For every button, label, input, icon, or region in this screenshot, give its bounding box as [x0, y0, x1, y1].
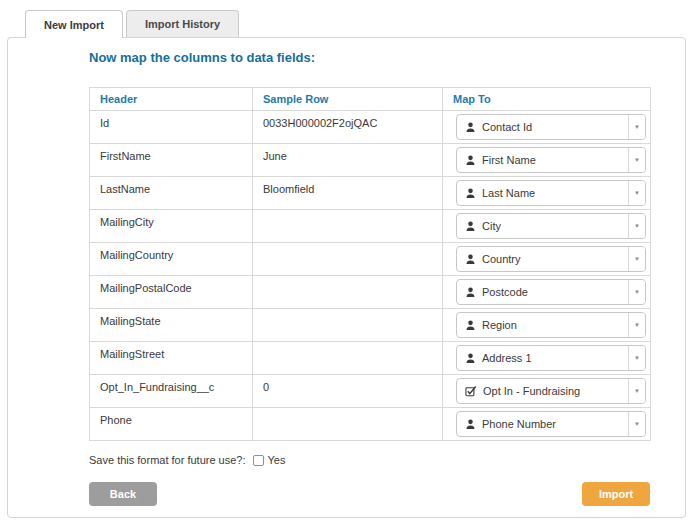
sample-cell — [253, 408, 443, 441]
map-to-selected-value: Last Name — [482, 187, 535, 199]
person-icon — [465, 353, 476, 364]
map-to-selected-value: Opt In - Fundraising — [483, 385, 580, 397]
sample-cell: Bloomfield — [253, 177, 443, 210]
chevron-down-icon: ▼ — [628, 412, 645, 436]
header-cell: MailingPostalCode — [90, 276, 253, 309]
map-to-selected-value: Contact Id — [482, 121, 532, 133]
header-cell: MailingState — [90, 309, 253, 342]
chevron-down-icon: ▼ — [628, 346, 645, 370]
map-to-select-value-area: First Name — [457, 148, 628, 172]
map-to-select-value-area: City — [457, 214, 628, 238]
map-to-cell: Country ▼ — [443, 243, 651, 276]
header-cell: FirstName — [90, 144, 253, 177]
map-to-cell: Last Name ▼ — [443, 177, 651, 210]
person-icon — [465, 254, 476, 265]
map-to-select-value-area: Contact Id — [457, 115, 628, 139]
map-to-select-value-area: Address 1 — [457, 346, 628, 370]
sample-cell — [253, 276, 443, 309]
map-to-selected-value: Region — [482, 319, 517, 331]
map-to-selected-value: Address 1 — [482, 352, 532, 364]
map-to-select-value-area: Postcode — [457, 280, 628, 304]
header-cell: MailingCountry — [90, 243, 253, 276]
table-header-row: Header Sample Row Map To — [90, 88, 651, 111]
save-format-checkbox[interactable] — [253, 455, 264, 466]
import-button[interactable]: Import — [582, 482, 650, 506]
map-to-select-value-area: Opt In - Fundraising — [457, 379, 628, 403]
sample-cell: 0 — [253, 375, 443, 408]
chevron-down-icon: ▼ — [628, 214, 645, 238]
map-to-select[interactable]: Phone Number ▼ — [456, 411, 646, 437]
map-to-cell: First Name ▼ — [443, 144, 651, 177]
map-to-select[interactable]: First Name ▼ — [456, 147, 646, 173]
map-to-cell: City ▼ — [443, 210, 651, 243]
header-cell: Id — [90, 111, 253, 144]
map-to-select[interactable]: City ▼ — [456, 213, 646, 239]
map-to-selected-value: Country — [482, 253, 521, 265]
map-to-select[interactable]: Postcode ▼ — [456, 279, 646, 305]
table-row: MailingPostalCode — [90, 276, 651, 309]
chevron-down-icon: ▼ — [628, 148, 645, 172]
table-row: Id 0033H000002F2ojQAC — [90, 111, 651, 144]
table-row: Opt_In_Fundraising__c 0 — [90, 375, 651, 408]
table-body: Id 0033H000002F2ojQAC — [90, 111, 651, 441]
table-row: MailingState — [90, 309, 651, 342]
person-icon — [465, 287, 476, 298]
import-wizard-page: New Import Import History Now map the co… — [0, 0, 693, 529]
table-row: LastName Bloomfield — [90, 177, 651, 210]
map-to-selected-value: Phone Number — [482, 418, 556, 430]
map-to-select[interactable]: Country ▼ — [456, 246, 646, 272]
table-row: FirstName June — [90, 144, 651, 177]
sample-cell — [253, 210, 443, 243]
map-to-select[interactable]: Region ▼ — [456, 312, 646, 338]
chevron-down-icon: ▼ — [628, 115, 645, 139]
map-to-selected-value: First Name — [482, 154, 536, 166]
sample-cell: 0033H000002F2ojQAC — [253, 111, 443, 144]
map-to-select[interactable]: Contact Id ▼ — [456, 114, 646, 140]
page-title: Now map the columns to data fields: — [89, 50, 650, 65]
person-icon — [465, 320, 476, 331]
map-to-cell: Phone Number ▼ — [443, 408, 651, 441]
tab-import-history[interactable]: Import History — [126, 10, 239, 37]
map-to-selected-value: Postcode — [482, 286, 528, 298]
column-header-sample-row: Sample Row — [253, 88, 443, 111]
chevron-down-icon: ▼ — [628, 181, 645, 205]
header-cell: MailingStreet — [90, 342, 253, 375]
map-to-selected-value: City — [482, 220, 501, 232]
chevron-down-icon: ▼ — [628, 379, 645, 403]
back-button[interactable]: Back — [89, 482, 157, 506]
column-header-map-to: Map To — [443, 88, 651, 111]
map-to-select-value-area: Phone Number — [457, 412, 628, 436]
map-to-cell: Postcode ▼ — [443, 276, 651, 309]
header-cell: LastName — [90, 177, 253, 210]
sample-cell — [253, 309, 443, 342]
new-import-panel: Now map the columns to data fields: Head… — [7, 37, 686, 518]
sample-cell — [253, 342, 443, 375]
person-icon — [465, 188, 476, 199]
tab-bar: New Import Import History — [25, 10, 239, 38]
person-icon — [465, 419, 476, 430]
person-icon — [465, 122, 476, 133]
map-to-select[interactable]: Address 1 ▼ — [456, 345, 646, 371]
person-icon — [465, 221, 476, 232]
header-cell: Phone — [90, 408, 253, 441]
save-format-label: Save this format for future use?: — [89, 454, 246, 466]
chevron-down-icon: ▼ — [628, 313, 645, 337]
person-icon — [465, 155, 476, 166]
table-row: MailingStreet — [90, 342, 651, 375]
table-row: Phone — [90, 408, 651, 441]
column-header-header: Header — [90, 88, 253, 111]
map-to-select-value-area: Country — [457, 247, 628, 271]
sample-cell — [253, 243, 443, 276]
map-to-select-value-area: Region — [457, 313, 628, 337]
sample-cell: June — [253, 144, 443, 177]
map-to-cell: Contact Id ▼ — [443, 111, 651, 144]
tab-new-import[interactable]: New Import — [25, 10, 123, 38]
map-to-cell: Address 1 ▼ — [443, 342, 651, 375]
chevron-down-icon: ▼ — [628, 280, 645, 304]
tab-import-history-label: Import History — [145, 18, 220, 30]
map-to-select[interactable]: Opt In - Fundraising ▼ — [456, 378, 646, 404]
save-format-row: Save this format for future use?: Yes — [89, 454, 650, 466]
action-button-row: Back Import — [89, 482, 650, 506]
map-to-select[interactable]: Last Name ▼ — [456, 180, 646, 206]
table-row: MailingCountry — [90, 243, 651, 276]
